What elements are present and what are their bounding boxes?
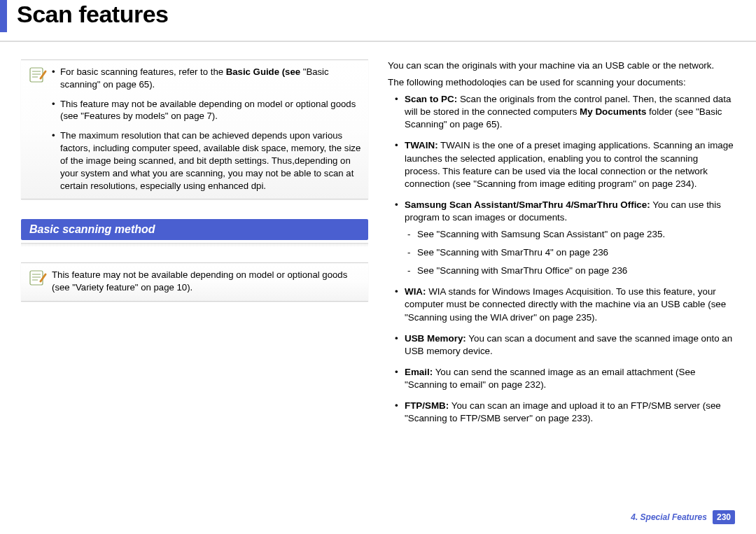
method-name: TWAIN: [405,140,438,150]
list-item: TWAIN: TWAIN is the one of a preset imag… [388,139,735,190]
list-item: Scan to PC: Scan the originals from the … [388,93,735,131]
note-item: The maximum resolution that can be achie… [52,129,361,192]
methods-list: Scan to PC: Scan the originals from the … [388,93,735,425]
note-icon [28,66,48,84]
sub-item-text: See "Scanning with Samsung Scan Assistan… [417,229,665,239]
sub-item-text: See "Scanning with SmarThru 4" on page 2… [417,247,608,258]
list-item: USB Memory: You can scan a document and … [388,332,735,358]
page-body: For basic scanning features, refer to th… [0,42,756,433]
right-column: You can scan the originals with your mac… [388,59,735,433]
note-text: This feature may not be available depend… [52,269,361,294]
note-text-pre: For basic scanning features, refer to th… [60,66,226,77]
method-name: WIA: [405,286,426,297]
method-name: Scan to PC: [405,94,457,104]
method-desc: WIA stands for Windows Images Acquisitio… [405,286,726,322]
method-name: FTP/SMB: [405,400,449,411]
sub-list-item: See "Scanning with SmarThru 4" on page 2… [405,246,735,259]
method-desc: You can send the scanned image as an ema… [405,367,695,390]
method-desc: You can scan an image and upload it to a… [405,400,721,423]
page-footer: 4. Special Features 230 [631,510,735,524]
page-title: Scan features [17,0,169,29]
header-accent-bar [0,0,7,32]
list-item: FTP/SMB: You can scan an image and uploa… [388,400,735,425]
intro-paragraph-1: You can scan the originals with your mac… [388,59,735,72]
sub-list-item: See "Scanning with Samsung Scan Assistan… [405,228,735,241]
method-name: Samsung Scan Assistant/SmarThru 4/SmarTh… [405,199,650,210]
footer-chapter: 4. Special Features [631,512,707,522]
method-name: Email: [405,367,433,377]
note-icon [28,269,48,287]
footer-page-number: 230 [713,510,735,524]
method-bold2: My Documents [580,106,646,117]
note-list-1: For basic scanning features, refer to th… [52,66,361,192]
list-item: WIA: WIA stands for Windows Images Acqui… [388,286,735,323]
page-header: Scan features [0,0,756,42]
intro-paragraph-2: The following methodoloqies can be used … [388,76,735,89]
note-item: For basic scanning features, refer to th… [52,66,361,91]
sub-item-text: See "Scanning with SmarThru Office" on p… [417,265,627,276]
method-desc: TWAIN is the one of a preset imaging app… [405,140,734,188]
note-box-2: This feature may not be available depend… [21,262,368,302]
section-heading-underline [21,243,368,247]
note-text: This feature may not be available depend… [60,99,356,122]
note-box-1: For basic scanning features, refer to th… [21,59,368,199]
note-text: The maximum resolution that can be achie… [60,130,360,190]
method-name: USB Memory: [405,333,466,344]
list-item: Samsung Scan Assistant/SmarThru 4/SmarTh… [388,199,735,277]
sub-list: See "Scanning with Samsung Scan Assistan… [405,228,735,277]
svg-rect-1 [30,271,43,285]
note-text-bold: Basic Guide (see [226,66,303,77]
list-item: Email: You can send the scanned image as… [388,366,735,391]
left-column: For basic scanning features, refer to th… [21,59,368,433]
note-item: This feature may not be available depend… [52,98,361,123]
section-heading: Basic scanning method [21,219,368,240]
sub-list-item: See "Scanning with SmarThru Office" on p… [405,265,735,277]
svg-rect-0 [30,68,43,82]
